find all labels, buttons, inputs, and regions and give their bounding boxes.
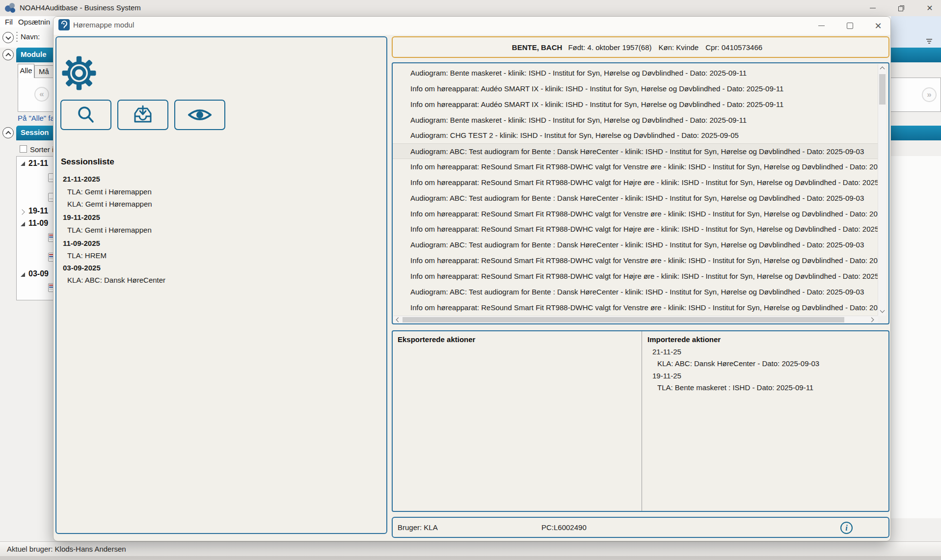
scrollbar-corner [878,316,886,323]
tree-node-date[interactable]: 19-11 [28,207,48,215]
chevron-up-icon [5,53,11,58]
toolbar-grip[interactable] [16,31,18,44]
search-icon [75,104,97,126]
menu-fil[interactable]: Fil [5,18,13,26]
dialog-titlebar: Høremappe modul ✕ [54,17,890,35]
session-date[interactable]: 19-11-2025 [56,213,380,221]
tree-expanded-icon[interactable] [21,222,25,226]
list-item[interactable]: Audiogram: Bente maskeret - klinik: ISHD… [393,112,878,128]
import-date: 21-11-25 [647,347,884,356]
session-date[interactable]: 21-11-2025 [56,175,380,183]
import-button[interactable] [117,100,168,130]
import-entry: TLA: Bente maskeret : ISHD - Dato: 2025-… [647,383,884,392]
list-item[interactable]: Info om høreapparat: ReSound Smart Fit R… [393,268,878,284]
main-close-button[interactable]: ✕ [918,0,941,16]
dialog-minimize-button[interactable] [809,17,833,35]
patient-cpr: Cpr: 0410573466 [705,43,762,52]
dialog-footer: Bruger: KLA PC:L6002490 i [392,517,889,538]
list-item[interactable]: Info om høreapparat: ReSound Smart Fit R… [393,159,878,175]
tree-node-date[interactable]: 03-09 [28,269,49,278]
chevron-down-icon [5,34,11,39]
content-right-sliver [891,156,941,518]
import-entry: KLA: ABC: Dansk HøreCenter - Dato: 2025-… [647,359,884,368]
vertical-scroll-thumb[interactable] [879,74,886,105]
scroll-left-arrow-icon[interactable] [395,316,402,323]
list-item-selected[interactable]: Audiogram: ABC: Test audiogram for Bente… [393,143,878,159]
filter-icon[interactable] [926,39,932,44]
session-date[interactable]: 11-09-2025 [56,239,380,247]
tree-expanded-icon[interactable] [21,161,25,166]
dialog-title: Høremappe modul [73,21,134,29]
import-tray-icon [131,103,155,127]
importerede-panel: Importerede aktioner 21-11-25 KLA: ABC: … [643,331,888,511]
app-logo-icon [5,2,16,14]
session-date[interactable]: 03-09-2025 [56,264,380,272]
list-item[interactable]: Info om høreapparat: ReSound Smart Fit R… [393,253,878,268]
import-date: 19-11-25 [647,372,884,380]
scroll-left-button[interactable]: « [34,87,49,102]
preview-button[interactable] [174,100,225,130]
list-item[interactable]: Info om høreapparat: ReSound Smart Fit R… [393,175,878,190]
collapse-navn-button[interactable] [2,32,14,43]
patient-gender: Køn: Kvinde [658,43,699,52]
session-left-panel: Sessionsliste 21-11-2025 TLA: Gemt i Hør… [55,36,387,534]
hoeremappe-dialog: Høremappe modul ✕ [53,16,891,541]
footer-bruger: Bruger: KLA [398,523,438,532]
navn-label: Navn: [21,32,40,41]
tree-collapsed-icon[interactable] [21,210,26,214]
patient-name: BENTE, BACH [512,43,563,52]
double-chevron-left-icon: « [39,89,44,99]
main-minimize-button[interactable] [861,0,884,16]
list-item[interactable]: Info om høreapparat: ReSound Smart Fit R… [393,300,878,316]
sorter-label: Sorter i [30,145,54,154]
scroll-up-arrow-icon[interactable] [878,65,887,72]
scroll-down-arrow-icon[interactable] [878,307,887,314]
screen: NOAH4Auditbase - Business System ✕ Fil O… [0,0,941,560]
footer-pc: PC:L6002490 [541,523,587,532]
sorter-checkbox[interactable] [20,145,27,153]
list-item[interactable]: Audiogram: ABC: Test audiogram for Bente… [393,284,878,300]
actions-list: Audiogram: Bente maskeret - klinik: ISHD… [392,62,889,324]
status-text: Aktuel bruger: Klods-Hans Andersen [7,545,126,553]
list-item[interactable]: Audiogram: Bente maskeret - klinik: ISHD… [393,65,878,81]
tab-alle[interactable]: Alle [18,64,34,78]
session-entry[interactable]: KLA: ABC: Dansk HøreCenter [56,276,380,284]
list-item[interactable]: Audiogram: ABC: Test audiogram for Bente… [393,190,878,206]
dialog-maximize-button[interactable] [837,17,862,35]
double-chevron-right-icon: » [927,90,931,100]
horizontal-scroll-thumb[interactable] [403,317,844,322]
list-item[interactable]: Info om høreapparat: ReSound Smart Fit R… [393,206,878,222]
horizontal-scrollbar[interactable] [394,316,878,323]
tree-node-date[interactable]: 11-09 [28,219,48,228]
list-item[interactable]: Info om høreapparat: ReSound Smart Fit R… [393,221,878,237]
chevron-up-icon [5,131,11,136]
info-icon[interactable]: i [840,522,853,534]
scroll-right-arrow-icon[interactable] [868,316,875,323]
session-entry[interactable]: TLA: Gemt i Høremappen [56,226,380,234]
alle-faner-link[interactable]: På "Alle" fa [18,114,54,122]
tree-expanded-icon[interactable] [21,272,25,277]
list-item[interactable]: Audiogram: ABC: Test audiogram for Bente… [393,237,878,253]
menu-opsaetning[interactable]: Opsætnin [18,18,50,26]
session-entry[interactable]: TLA: HREM [56,251,380,260]
collapse-session-button[interactable] [2,127,14,138]
vertical-scrollbar[interactable] [878,64,886,316]
status-bar-strip [0,556,941,560]
session-entry[interactable]: KLA: Gemt i Høremappen [56,200,380,208]
collapse-module-button[interactable] [2,49,14,60]
list-item[interactable]: Info om høreapparat: Audéo SMART IX - kl… [393,97,878,112]
main-restore-button[interactable] [890,0,913,16]
dialog-close-button[interactable]: ✕ [866,17,890,35]
eksporterede-heading: Eksporterede aktioner [398,335,637,344]
eye-icon [187,105,213,125]
toolbar-right-sliver [891,16,941,48]
ear-icon [58,19,70,30]
scroll-right-button[interactable]: » [922,87,937,102]
list-item[interactable]: Audiogram: CHG TEST 2 - klinik: ISHD - I… [393,128,878,143]
list-item[interactable]: Info om høreapparat: Audéo SMART IX - kl… [393,81,878,97]
search-button[interactable] [60,100,111,130]
patient-header: BENTE, BACH Født: 4. oktober 1957(68) Kø… [392,36,889,58]
gear-icon[interactable] [61,55,97,93]
session-entry[interactable]: TLA: Gemt i Høremappen [56,187,380,196]
tree-node-date[interactable]: 21-11 [28,159,48,168]
